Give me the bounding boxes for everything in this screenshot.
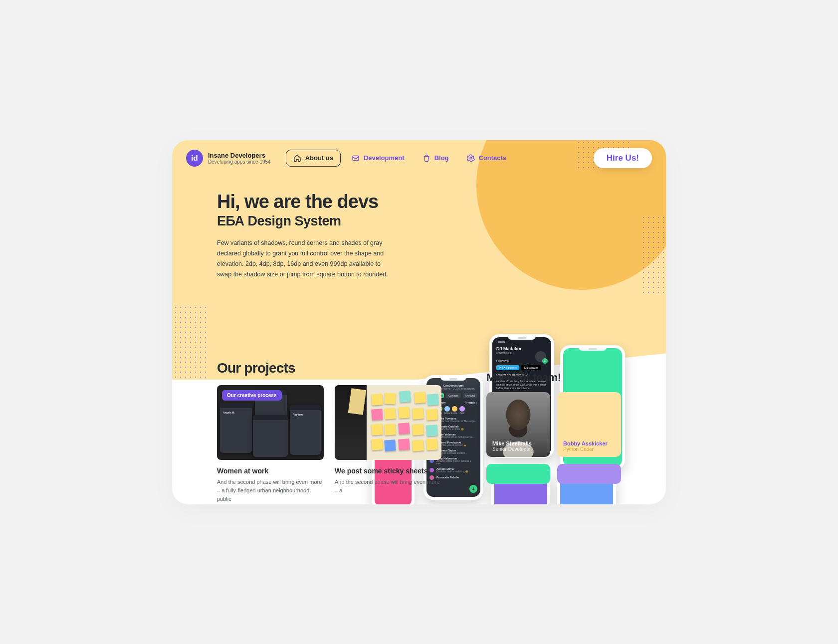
logo-text: Insane Developers Developing apps since … (208, 152, 271, 165)
hero-body: Few variants of shadows, round corners a… (217, 238, 392, 280)
logo-mark: id (186, 150, 203, 167)
hero-content: Hi, we are the devs ЕБА Design System Fe… (172, 176, 431, 280)
gear-icon (467, 154, 475, 162)
team-card-placeholder[interactable] (557, 464, 621, 484)
nav-label: Contacts (479, 154, 507, 162)
projects-title: Our projects (217, 360, 456, 376)
inbox-icon (352, 154, 360, 162)
top-nav: id Insane Developers Developing apps sin… (172, 140, 666, 176)
svg-rect-0 (353, 156, 359, 160)
hire-us-button[interactable]: Hire Us! (594, 148, 652, 168)
team-title: Meet our team! (486, 371, 621, 384)
ui-name: Rightnav (293, 413, 303, 416)
project-desc: And the second phase will bring even mor… (217, 478, 324, 503)
project-card[interactable]: Angela M. Rightnav Our creative process … (217, 385, 324, 503)
team-card-mike[interactable]: Mike Steelballs Senior Developer (486, 392, 550, 457)
team-role: Python Coder (563, 446, 615, 452)
project-badge: Our creative process (222, 390, 282, 401)
nav-development[interactable]: Development (345, 150, 412, 166)
home-icon (293, 154, 301, 162)
project-title: Women at work (217, 467, 324, 475)
project-desc: And the second phase will bring even mor… (335, 478, 441, 495)
nav-blog[interactable]: Blog (416, 150, 456, 166)
nav-label: Blog (434, 154, 449, 162)
project-title: We post some sticky sheets (335, 467, 441, 475)
hero-subtitle: ЕБА Design System (217, 214, 431, 229)
ui-name: Angela M. (223, 411, 235, 414)
brand-logo[interactable]: id Insane Developers Developing apps sin… (186, 150, 271, 167)
team-card-bobby[interactable]: Bobby Asskicker Python Coder (557, 392, 621, 457)
svg-point-1 (470, 157, 472, 159)
team-role: Senior Developer (492, 446, 544, 452)
nav-label: Development (364, 154, 405, 162)
team-name: Mike Steelballs (492, 440, 544, 446)
hero-title: Hi, we are the devs (217, 191, 431, 213)
project-card[interactable]: We post some sticky sheets And the secon… (335, 385, 441, 503)
nav-about-us[interactable]: About us (286, 150, 341, 167)
nav-label: About us (305, 154, 333, 162)
trash-icon (422, 154, 430, 162)
team-name: Bobby Asskicker (563, 440, 615, 446)
brand-name: Insane Developers (208, 152, 271, 159)
project-image (335, 385, 441, 460)
project-image: Angela M. Rightnav Our creative process (217, 385, 324, 460)
nav-contacts[interactable]: Contacts (460, 150, 514, 166)
team-card-placeholder[interactable] (486, 464, 550, 484)
page-card: id Insane Developers Developing apps sin… (172, 140, 666, 504)
brand-tagline: Developing apps since 1954 (208, 159, 271, 165)
